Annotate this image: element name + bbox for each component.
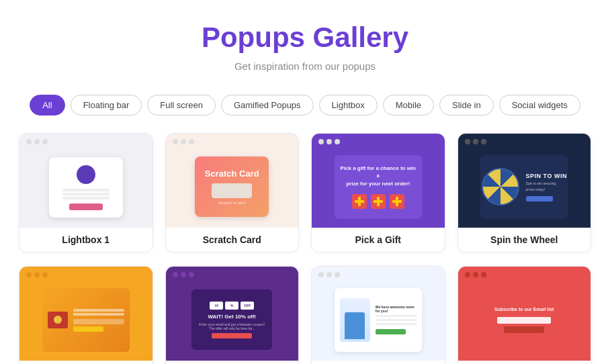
dot2 (181, 272, 186, 277)
card-label-lightbox1: Lightbox 1 (19, 228, 152, 252)
gallery-grid-row2: Lightbox 2 10 % OFF WAIT! Get 10% off! E… (0, 266, 610, 364)
lb3-title: WAIT! Get 10% off! (208, 314, 256, 320)
dot2 (34, 272, 40, 277)
filter-floating-bar[interactable]: Floating bar (71, 95, 142, 116)
lb4-illustration (340, 298, 370, 342)
lb5-title: Subscribe to our Email list (494, 307, 554, 312)
gallery-card-gift[interactable]: Pick a gift for a chance to win aprize f… (311, 133, 445, 253)
dot3 (481, 272, 486, 277)
dot2 (473, 272, 478, 277)
gallery-card-lightbox5[interactable]: Subscribe to our Email list Lightbox 5 (458, 266, 592, 364)
gallery-card-lightbox1[interactable]: Lightbox 1 (19, 133, 153, 253)
dot1 (318, 272, 324, 277)
gift-item-3 (390, 194, 404, 209)
spin-sub2: prizes today! (526, 187, 567, 191)
lb4-line3 (376, 323, 417, 325)
dot1 (26, 139, 32, 144)
card-label-lightbox4: Lightbox 4 (312, 361, 445, 364)
window-dots-spin (458, 134, 493, 147)
window-dots-lb2 (19, 267, 54, 280)
dot1 (465, 272, 470, 277)
card-preview-lightbox3: 10 % OFF WAIT! Get 10% off! Enter your e… (166, 267, 299, 361)
dot2 (326, 139, 332, 144)
card-preview-lightbox1 (19, 134, 152, 228)
card-preview-gift: Pick a gift for a chance to win aprize f… (312, 134, 445, 228)
lb2-line2 (73, 313, 124, 316)
card-label-gift: Pick a Gift (312, 228, 445, 252)
dot1 (173, 139, 178, 144)
page-subtitle: Get inspiration from our popups (13, 60, 597, 72)
lb2-camera (48, 312, 68, 328)
lb3-scratch-boxes: 10 % OFF (210, 302, 254, 310)
gift-item-2 (371, 194, 386, 209)
lb4-figure (345, 312, 365, 339)
filter-all[interactable]: All (30, 95, 64, 116)
lb2-input (73, 319, 124, 324)
dot2 (34, 139, 40, 144)
lb2-cta (73, 326, 104, 332)
spin-sub1: Spin to win amazing (526, 181, 567, 185)
spin-label: SPIN TO WIN (526, 173, 567, 179)
lb2-right (73, 308, 124, 332)
lb1-inner-box (49, 157, 123, 218)
filter-mobile[interactable]: Mobile (383, 95, 434, 116)
gallery-card-lightbox3[interactable]: 10 % OFF WAIT! Get 10% off! Enter your e… (165, 266, 300, 364)
card-preview-lightbox2 (19, 267, 152, 361)
window-dots (19, 134, 54, 147)
lb3-inner-box: 10 % OFF WAIT! Get 10% off! Enter your e… (191, 289, 272, 350)
lb3-btn (212, 333, 252, 338)
gallery-card-spin[interactable]: SPIN TO WIN Spin to win amazing prizes t… (458, 133, 592, 253)
card-preview-scratch: Scratch Card Scratch to win!! (166, 134, 299, 228)
card-label-lightbox3: Lightbox 3 (166, 361, 299, 364)
lb3-sq3: OFF (241, 302, 254, 310)
spin-cta-btn (526, 196, 553, 201)
lb5-email-input (497, 317, 551, 324)
page-header: Popups Gallery Get inspiration from our … (0, 0, 610, 83)
lb2-line1 (73, 309, 124, 312)
card-preview-lightbox4: We have awesome news for you! (312, 267, 445, 361)
gallery-card-lightbox2[interactable]: Lightbox 2 (19, 266, 153, 364)
dot2 (181, 139, 186, 144)
dot3 (189, 272, 194, 277)
lb1-text-line3 (62, 197, 110, 199)
filter-full-screen[interactable]: Full screen (147, 95, 216, 116)
dot1 (26, 272, 32, 277)
lb5-inner-box: Subscribe to our Email list (484, 289, 564, 350)
card-preview-spin: SPIN TO WIN Spin to win amazing prizes t… (458, 134, 591, 228)
dot3 (335, 272, 340, 277)
page-title: Popups Gallery (13, 21, 597, 54)
dot3 (42, 139, 48, 144)
filter-social-widgets[interactable]: Social widgets (499, 95, 580, 116)
dot1 (318, 139, 324, 144)
window-dots-lb5 (458, 267, 493, 280)
dot1 (173, 272, 178, 277)
scratch-area (212, 183, 252, 198)
gallery-card-scratch[interactable]: Scratch Card Scratch to win!! Scratch Ca… (165, 133, 300, 253)
card-label-scratch: Scratch Card (166, 228, 299, 252)
window-dots-lb4 (312, 267, 347, 280)
lb1-cta-btn (69, 203, 103, 210)
gallery-card-lightbox4[interactable]: We have awesome news for you! Lightbox 4 (311, 266, 445, 364)
spin-wheel (482, 168, 519, 206)
dot3 (42, 272, 48, 277)
spin-text-area: SPIN TO WIN Spin to win amazing prizes t… (526, 173, 567, 201)
dot2 (326, 272, 332, 277)
gallery-grid-row1: Lightbox 1 Scratch Card Scratch to win!!… (0, 122, 610, 266)
lb1-text-line1 (62, 189, 110, 191)
gift-inner-box: Pick a gift for a chance to win aprize f… (335, 155, 422, 219)
window-dots-gift (312, 134, 347, 147)
lb3-sub: Enter your email and get a fantastic cou… (199, 322, 265, 330)
spin-inner-box: SPIN TO WIN Spin to win amazing prizes t… (480, 155, 568, 219)
dot3 (189, 139, 194, 144)
lb4-heading: We have awesome news for you! (376, 305, 417, 313)
scratch-card-inner: Scratch Card Scratch to win!! (195, 156, 269, 217)
filter-lightbox[interactable]: Lightbox (319, 95, 378, 116)
dot1 (465, 139, 470, 144)
filter-gamified[interactable]: Gamified Popups (221, 95, 314, 116)
dot3 (335, 139, 340, 144)
filter-slide-in[interactable]: Slide in (439, 95, 494, 116)
lb5-cta (504, 326, 544, 333)
lb4-line2 (376, 319, 417, 321)
lb1-text-line2 (62, 193, 110, 195)
lb3-sq2: % (225, 302, 238, 310)
